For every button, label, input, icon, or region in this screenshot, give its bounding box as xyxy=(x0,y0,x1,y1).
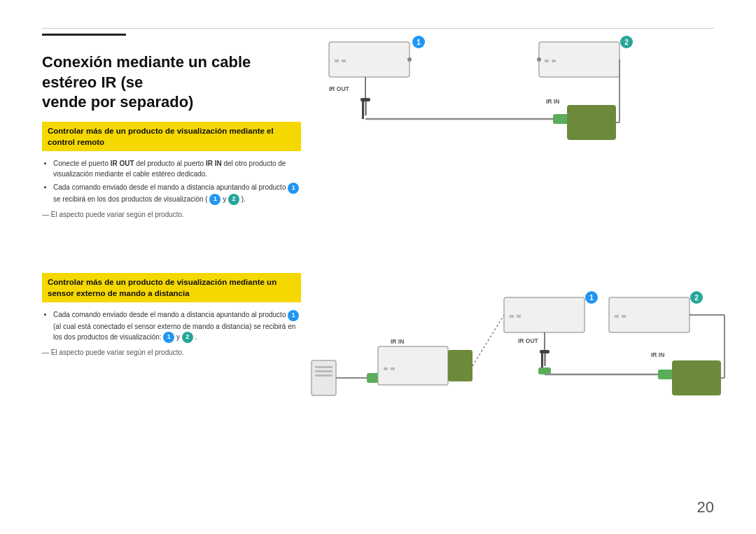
svg-rect-47 xyxy=(658,370,673,379)
svg-rect-30 xyxy=(378,346,448,385)
svg-rect-36 xyxy=(510,315,514,318)
svg-rect-31 xyxy=(384,367,388,370)
bullet-3: Cada comando enviado desde el mando a di… xyxy=(53,309,301,343)
svg-text:IR OUT: IR OUT xyxy=(518,337,539,344)
svg-rect-14 xyxy=(360,98,370,101)
page: Conexión mediante un cable estéreo IR (s… xyxy=(0,0,756,534)
section1-highlight: Controlar más de un producto de visualiz… xyxy=(42,122,301,151)
svg-rect-8 xyxy=(552,59,556,62)
top-rule xyxy=(42,28,714,29)
svg-rect-37 xyxy=(517,315,521,318)
svg-text:2: 2 xyxy=(624,38,629,46)
svg-rect-6 xyxy=(539,42,620,77)
badge-5: 2 xyxy=(182,332,193,343)
svg-text:IR IN: IR IN xyxy=(651,351,664,358)
bullet-1: Conecte el puerto IR OUT del producto al… xyxy=(53,158,301,179)
svg-rect-43 xyxy=(541,353,543,369)
badge-2: 2 xyxy=(228,194,239,205)
section2-bullets: Cada comando enviado desde el mando a di… xyxy=(42,309,301,343)
svg-rect-44 xyxy=(544,353,546,366)
svg-rect-18 xyxy=(553,114,568,124)
badge-1: 1 xyxy=(288,183,299,194)
section2-note: El aspecto puede variar según el product… xyxy=(42,349,301,356)
svg-rect-16 xyxy=(365,101,367,115)
svg-rect-51 xyxy=(615,315,619,318)
svg-rect-42 xyxy=(540,350,550,353)
svg-rect-15 xyxy=(362,101,364,119)
svg-rect-35 xyxy=(504,297,584,332)
svg-rect-19 xyxy=(567,105,616,140)
svg-rect-48 xyxy=(672,360,721,395)
badge-1b: 1 xyxy=(209,194,220,205)
section1-note: El aspecto puede variar según el product… xyxy=(42,211,301,218)
svg-text:IR IN: IR IN xyxy=(391,338,404,345)
svg-rect-2 xyxy=(342,59,346,62)
svg-rect-0 xyxy=(329,42,410,77)
badge-4: 1 xyxy=(163,332,174,343)
svg-point-3 xyxy=(407,57,412,62)
svg-text:IR OUT: IR OUT xyxy=(329,85,350,92)
badge-3: 1 xyxy=(288,310,299,321)
svg-rect-34 xyxy=(448,350,472,381)
section2-content: Controlar más de un producto de visualiz… xyxy=(42,273,301,356)
svg-text:1: 1 xyxy=(589,294,594,302)
section2-highlight: Controlar más de un producto de visualiz… xyxy=(42,273,301,302)
svg-rect-52 xyxy=(622,315,626,318)
svg-rect-32 xyxy=(391,367,395,370)
svg-point-9 xyxy=(537,57,541,62)
diagram-section1: 1 2 IR OUT IR IN xyxy=(322,35,721,182)
svg-rect-7 xyxy=(545,59,549,62)
svg-text:IR IN: IR IN xyxy=(546,98,559,105)
accent-bar xyxy=(42,34,126,36)
svg-text:2: 2 xyxy=(694,294,699,302)
svg-rect-1 xyxy=(335,59,339,62)
svg-rect-24 xyxy=(312,360,336,395)
svg-rect-26 xyxy=(315,370,332,372)
svg-text:1: 1 xyxy=(416,38,421,46)
svg-rect-25 xyxy=(315,366,332,368)
diagram-section2: IR IN 1 IR OUT IR IN 2 xyxy=(308,276,728,479)
svg-rect-50 xyxy=(609,297,690,332)
svg-line-58 xyxy=(472,315,504,366)
section1-bullets: Conecte el puerto IR OUT del producto al… xyxy=(42,158,301,205)
section1-content: Controlar más de un producto de visualiz… xyxy=(42,112,301,218)
svg-rect-27 xyxy=(315,374,332,377)
bullet-2: Cada comando enviado desde el mando a di… xyxy=(53,182,301,205)
page-number: 20 xyxy=(697,498,714,517)
svg-rect-45 xyxy=(538,367,551,374)
